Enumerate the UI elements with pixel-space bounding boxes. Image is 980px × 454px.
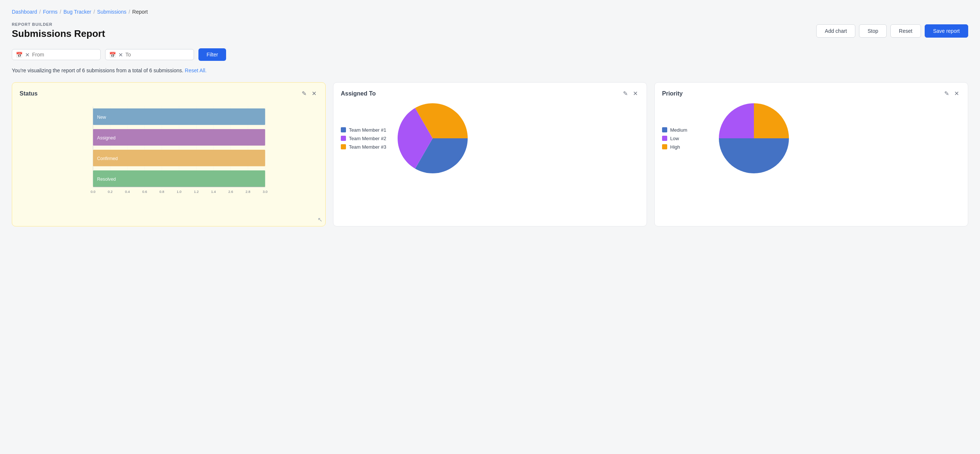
stop-button[interactable]: Stop [859,24,887,38]
summary-text: You're visualizing the report of 6 submi… [12,67,968,73]
reset-button[interactable]: Reset [890,24,921,38]
add-chart-button[interactable]: Add chart [816,24,855,38]
legend-item-medium: Medium [662,127,710,133]
summary-text-content: You're visualizing the report of 6 submi… [12,67,183,73]
svg-text:0.2: 0.2 [108,190,113,194]
legend-label-low: Low [670,136,679,141]
svg-text:Resolved: Resolved [97,177,116,182]
legend-label-high: High [670,144,680,150]
svg-text:0.8: 0.8 [159,190,164,194]
breadcrumb-forms[interactable]: Forms [43,9,57,15]
svg-rect-15 [93,150,265,166]
assigned-to-chart-title: Assigned To [341,90,376,97]
bar-chart-area: New Assigned Confirmed Resolved 0.0 0.2 [19,103,318,219]
priority-legend: Medium Low High [662,127,710,150]
legend-dot-member3 [341,144,346,149]
breadcrumb-bug-tracker[interactable]: Bug Tracker [64,9,91,15]
priority-close-button[interactable]: ✕ [953,90,961,97]
breadcrumb-submissions[interactable]: Submissions [97,9,126,15]
legend-item-low: Low [662,136,710,141]
to-date-input[interactable] [126,52,190,57]
assigned-to-legend: Team Member #1 Team Member #2 Team Membe… [341,127,389,150]
legend-label-member3: Team Member #3 [349,144,386,150]
svg-rect-17 [93,170,265,187]
legend-label-member2: Team Member #2 [349,136,386,141]
svg-text:0.4: 0.4 [125,190,130,194]
save-report-button[interactable]: Save report [925,24,968,38]
report-builder-label: REPORT BUILDER [12,22,105,27]
assigned-to-pie-area: Team Member #1 Team Member #2 Team Membe… [341,103,639,173]
priority-chart-title: Priority [662,90,683,97]
report-header: REPORT BUILDER Submissions Report Add ch… [12,22,968,40]
page-container: Dashboard / Forms / Bug Tracker / Submis… [0,0,980,454]
breadcrumb-sep-2: / [60,9,61,15]
status-chart-title: Status [19,90,38,97]
from-clear-icon[interactable]: ✕ [25,52,30,57]
legend-item-high: High [662,144,710,150]
svg-text:1.0: 1.0 [177,190,181,194]
legend-item-member2: Team Member #2 [341,136,389,141]
svg-text:3.0: 3.0 [262,190,267,194]
legend-label-medium: Medium [670,127,687,133]
svg-text:Confirmed: Confirmed [97,156,118,161]
priority-pie-svg [719,103,789,173]
page-title: Submissions Report [12,28,105,40]
svg-text:0.6: 0.6 [142,190,147,194]
status-chart-card: Status ✎ ✕ [12,82,326,226]
bar-chart-svg: New Assigned Confirmed Resolved 0.0 0.2 [19,103,318,207]
legend-dot-high [662,144,667,149]
resize-handle[interactable]: ↖ [318,216,322,223]
from-calendar-icon[interactable]: 📅 [16,52,23,57]
to-clear-icon[interactable]: ✕ [118,52,123,57]
assigned-to-chart-header: Assigned To ✎ ✕ [341,90,639,97]
breadcrumb-dashboard[interactable]: Dashboard [12,9,37,15]
legend-dot-member1 [341,127,346,132]
reset-all-link[interactable]: Reset All. [185,67,207,73]
report-header-left: REPORT BUILDER Submissions Report [12,22,105,40]
svg-rect-13 [93,129,265,146]
status-chart-header: Status ✎ ✕ [19,90,318,97]
filter-row: 📅 ✕ 📅 ✕ Filter [12,48,968,61]
svg-text:0.0: 0.0 [91,190,95,194]
legend-label-member1: Team Member #1 [349,127,386,133]
svg-text:2.8: 2.8 [246,190,250,194]
status-edit-button[interactable]: ✎ [300,90,308,97]
charts-grid: Status ✎ ✕ [12,82,968,226]
svg-text:1.2: 1.2 [194,190,199,194]
assigned-to-chart-card: Assigned To ✎ ✕ Team Member #1 Team Memb… [333,82,647,226]
priority-chart-card: Priority ✎ ✕ Medium Low [654,82,968,226]
breadcrumb: Dashboard / Forms / Bug Tracker / Submis… [12,9,968,15]
svg-text:2.6: 2.6 [228,190,233,194]
to-date-wrap: 📅 ✕ [105,49,194,60]
legend-item-member3: Team Member #3 [341,144,389,150]
status-chart-actions: ✎ ✕ [300,90,318,97]
legend-item-member1: Team Member #1 [341,127,389,133]
to-calendar-icon[interactable]: 📅 [109,52,116,57]
status-close-button[interactable]: ✕ [310,90,318,97]
priority-edit-button[interactable]: ✎ [943,90,950,97]
assigned-to-pie-svg [398,103,468,173]
from-date-wrap: 📅 ✕ [12,49,101,60]
svg-text:Assigned: Assigned [97,135,115,140]
filter-button[interactable]: Filter [199,48,226,61]
svg-text:New: New [97,115,106,120]
priority-pie-area: Medium Low High [662,103,961,173]
breadcrumb-current: Report [132,9,148,15]
legend-dot-medium [662,127,667,132]
breadcrumb-sep-1: / [40,9,41,15]
svg-text:1.4: 1.4 [211,190,216,194]
priority-chart-actions: ✎ ✕ [943,90,961,97]
from-date-input[interactable] [32,52,97,57]
assigned-to-chart-actions: ✎ ✕ [622,90,639,97]
assigned-to-edit-button[interactable]: ✎ [622,90,629,97]
breadcrumb-sep-3: / [93,9,95,15]
legend-dot-low [662,136,667,141]
breadcrumb-sep-4: / [129,9,130,15]
svg-rect-11 [93,108,265,125]
priority-chart-header: Priority ✎ ✕ [662,90,961,97]
legend-dot-member2 [341,136,346,141]
header-buttons: Add chart Stop Reset Save report [816,24,968,38]
assigned-to-close-button[interactable]: ✕ [632,90,639,97]
